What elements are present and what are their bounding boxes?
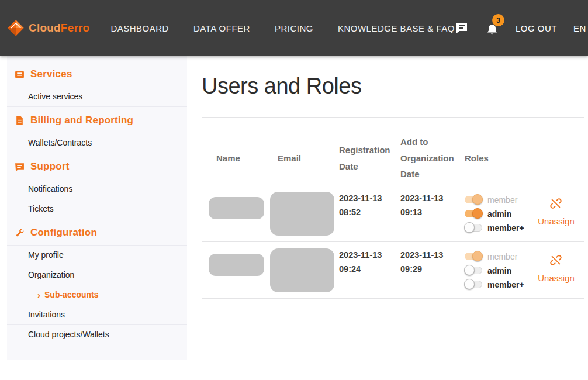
role-row-member: member [465,251,528,262]
role-row-admin: admin [465,265,528,276]
page-title: Users and Roles [202,74,584,99]
nav-knowledge-base[interactable]: KNOWLEDGE BASE & FAQ [338,23,455,33]
language-label: EN [573,23,586,33]
support-icon [15,162,25,172]
date-value: 2023-11-13 [339,192,400,206]
column-header-add-to-organization-date: Add to Organization Date [400,134,465,182]
admin-toggle[interactable] [465,210,482,217]
main-content: Users and Roles Name Email Registration … [202,56,584,299]
language-selector[interactable]: EN ▾ [573,23,588,33]
brand-text: CloudFerro [29,22,89,34]
toggle-knob [472,194,483,205]
column-header-registration-date: Registration Date [339,142,400,175]
role-label: member+ [487,280,524,289]
sidebar-item-active-services[interactable]: Active services [7,87,187,107]
toggle-knob [472,208,483,219]
unassign-label: Unassign [538,216,575,226]
email-placeholder [270,192,334,236]
sidebar-item-tickets[interactable]: Tickets [7,199,187,219]
sidebar-section-configuration: Configuration [7,219,187,246]
toggle-knob [472,251,483,261]
unlink-icon [549,197,562,212]
date-value: 2023-11-13 [339,248,400,262]
sidebar-item-wallets-contracts[interactable]: Wallets/Contracts [7,133,187,153]
time-value: 09:29 [400,262,465,277]
unassign-label: Unassign [538,273,575,283]
admin-toggle[interactable] [465,267,482,274]
sidebar-section-billing: Billing and Reporting [7,107,187,133]
roles-cell: member admin member+ [465,185,528,233]
nav-dashboard[interactable]: DASHBOARD [110,23,169,33]
role-label: member [487,195,517,205]
date-value: 2023-11-13 [400,248,465,262]
logout-button[interactable]: LOG OUT [516,23,557,33]
wrench-icon [15,228,25,238]
email-cell [269,242,339,292]
registration-date-cell: 2023-11-13 09:24 [339,242,400,277]
toggle-knob [464,265,475,275]
role-row-member: member [465,194,528,205]
sidebar-section-support: Support [7,153,187,179]
unassign-button[interactable]: Unassign [538,242,575,283]
messages-icon[interactable] [455,21,469,35]
name-cell [202,185,269,219]
sidebar: Services Active services Billing and Rep… [7,56,187,360]
brand-ferro: Ferro [61,22,90,34]
time-value: 09:24 [339,262,400,277]
column-header-roles: Roles [465,150,528,167]
name-placeholder [209,254,264,276]
role-label: member+ [487,223,524,233]
sidebar-section-services: Services [7,61,187,87]
add-to-organization-date-cell: 2023-11-13 09:29 [400,242,465,277]
sidebar-item-invitations[interactable]: Invitations [7,305,187,325]
roles-cell: member admin member+ [465,242,528,290]
sidebar-item-organization[interactable]: Organization [7,265,187,285]
column-header-email: Email [269,150,339,167]
sidebar-section-title: Support [30,161,70,172]
title-divider [202,117,584,118]
member-plus-toggle[interactable] [465,281,482,288]
sidebar-item-my-profile[interactable]: My profile [7,246,187,265]
cloudferro-logo[interactable]: CloudFerro [7,19,89,37]
role-row-member-plus: member+ [465,222,528,233]
top-navbar: CloudFerro DASHBOARD DATA OFFER PRICING … [0,0,588,56]
users-roles-table: Name Email Registration Date Add to Orga… [202,132,584,299]
role-label: admin [487,209,511,219]
notification-badge: 3 [492,14,504,26]
role-label: member [487,252,517,261]
notifications-bell-icon[interactable]: 3 [485,23,499,37]
add-to-organization-date-cell: 2023-11-13 09:13 [400,185,465,220]
navbar-right: 3 LOG OUT EN ▾ [455,19,588,37]
sidebar-item-cloud-projects-wallets[interactable]: Cloud projects/Wallets [7,325,187,344]
member-toggle[interactable] [465,253,482,260]
billing-icon [15,116,25,126]
email-cell [269,185,339,236]
table-row: 2023-11-13 09:24 2023-11-13 09:29 member… [202,242,584,299]
toggle-knob [464,279,475,289]
services-icon [15,70,25,80]
toggle-knob [464,222,475,233]
table-header-row: Name Email Registration Date Add to Orga… [202,132,584,185]
sidebar-item-notifications[interactable]: Notifications [7,179,187,199]
time-value: 09:13 [400,206,465,220]
member-plus-toggle[interactable] [465,224,482,232]
table-row: 2023-11-13 08:52 2023-11-13 09:13 member… [202,185,584,242]
registration-date-cell: 2023-11-13 08:52 [339,185,400,220]
cloudferro-logo-icon [7,19,25,37]
unassign-button[interactable]: Unassign [538,185,575,226]
chevron-right-icon: › [37,291,40,299]
email-placeholder [270,248,334,292]
sidebar-item-label: Sub-accounts [44,290,99,299]
role-row-admin: admin [465,208,528,219]
name-cell [202,242,269,276]
brand-cloud: Cloud [29,22,61,34]
main-nav: DASHBOARD DATA OFFER PRICING KNOWLEDGE B… [110,23,455,33]
nav-pricing[interactable]: PRICING [275,23,313,33]
role-row-member-plus: member+ [465,279,528,290]
sidebar-item-sub-accounts[interactable]: › Sub-accounts [7,285,187,305]
member-toggle[interactable] [465,196,482,203]
time-value: 08:52 [339,206,400,220]
sidebar-section-title: Billing and Reporting [30,115,133,126]
name-placeholder [209,197,264,219]
nav-data-offer[interactable]: DATA OFFER [193,23,250,33]
